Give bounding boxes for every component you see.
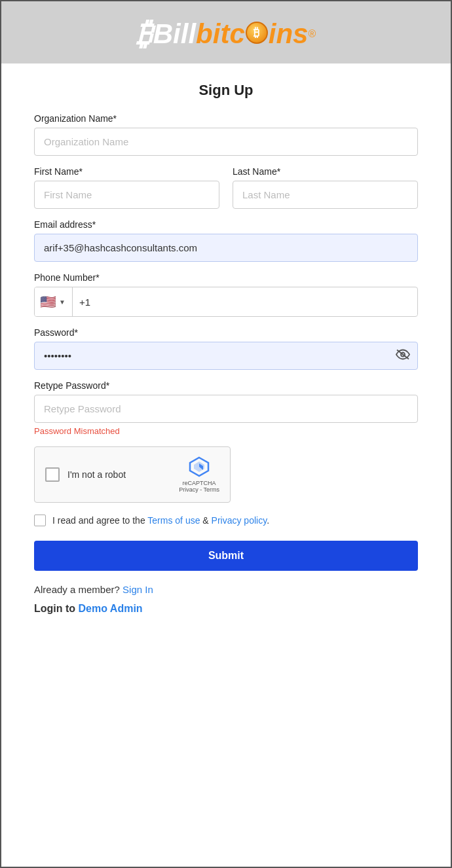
page-wrapper: ₿ Bill bitcins® Sign Up Organization Nam…	[0, 0, 452, 868]
toggle-password-icon[interactable]	[396, 348, 410, 363]
demo-row: Login to Demo Admin	[34, 603, 418, 615]
bitcoin-symbol-icon: ₿	[136, 16, 152, 52]
form-container: Sign Up Organization Name* First Name* L…	[1, 63, 451, 867]
signin-row: Already a member? Sign In	[34, 584, 418, 595]
demo-text: Login to	[34, 603, 75, 614]
recaptcha-sub: Privacy - Terms	[179, 486, 219, 493]
last-name-label: Last Name*	[233, 166, 418, 177]
recaptcha-brand: reCAPTCHA	[179, 480, 219, 486]
password-wrapper	[34, 342, 418, 370]
password-mismatch-error: Password Mismatched	[34, 426, 418, 436]
org-name-label: Organization Name*	[34, 113, 418, 124]
phone-row: 🇺🇸 ▼	[34, 287, 418, 317]
recaptcha-right: reCAPTCHA Privacy - Terms	[179, 456, 219, 493]
recaptcha-left: I'm not a robot	[45, 467, 126, 482]
password-input[interactable]	[34, 342, 418, 370]
org-name-input[interactable]	[34, 128, 418, 156]
registered-mark: ®	[308, 28, 316, 40]
retype-password-group: Retype Password* Password Mismatched	[34, 380, 418, 436]
signin-link[interactable]: Sign In	[122, 584, 153, 595]
terms-row: I read and agree to the Terms of use & P…	[34, 515, 418, 526]
first-name-group: First Name*	[34, 166, 219, 209]
us-flag-icon: 🇺🇸	[40, 294, 56, 310]
logo-bill: Bill	[153, 18, 196, 50]
form-title: Sign Up	[34, 82, 418, 99]
first-name-input[interactable]	[34, 181, 219, 209]
last-name-group: Last Name*	[233, 166, 418, 209]
recaptcha-logo-icon	[187, 456, 211, 477]
phone-flag-selector[interactable]: 🇺🇸 ▼	[35, 287, 73, 316]
email-input[interactable]	[34, 234, 418, 262]
demo-admin-link[interactable]: Demo Admin	[79, 603, 143, 614]
retype-password-label: Retype Password*	[34, 380, 418, 391]
privacy-policy-link[interactable]: Privacy policy	[212, 515, 267, 526]
email-label: Email address*	[34, 219, 418, 230]
first-name-label: First Name*	[34, 166, 219, 177]
last-name-input[interactable]	[233, 181, 418, 209]
phone-input[interactable]	[73, 289, 417, 316]
retype-password-input[interactable]	[34, 395, 418, 423]
terms-text: I read and agree to the Terms of use & P…	[52, 515, 269, 526]
password-group: Password*	[34, 327, 418, 370]
name-row: First Name* Last Name*	[34, 166, 418, 219]
logo-bitcoins-pre: bitc	[196, 18, 245, 50]
submit-button[interactable]: Submit	[34, 541, 418, 571]
org-name-group: Organization Name*	[34, 113, 418, 156]
terms-checkbox[interactable]	[34, 515, 46, 526]
coin-icon	[246, 22, 268, 44]
logo-bitcoins-post: ins	[269, 18, 309, 50]
recaptcha-box[interactable]: I'm not a robot reCAPTCHA Privacy - Term…	[34, 446, 231, 503]
password-label: Password*	[34, 327, 418, 338]
signin-text: Already a member?	[34, 584, 120, 595]
terms-of-use-link[interactable]: Terms of use	[147, 515, 202, 526]
phone-label: Phone Number*	[34, 272, 418, 283]
phone-group: Phone Number* 🇺🇸 ▼	[34, 272, 418, 317]
email-group: Email address*	[34, 219, 418, 262]
recaptcha-checkbox[interactable]	[45, 467, 60, 482]
header: ₿ Bill bitcins®	[1, 1, 451, 63]
recaptcha-group: I'm not a robot reCAPTCHA Privacy - Term…	[34, 446, 418, 503]
logo-area: ₿ Bill bitcins®	[1, 16, 451, 52]
flag-dropdown-icon: ▼	[59, 298, 66, 306]
recaptcha-label: I'm not a robot	[67, 469, 126, 480]
